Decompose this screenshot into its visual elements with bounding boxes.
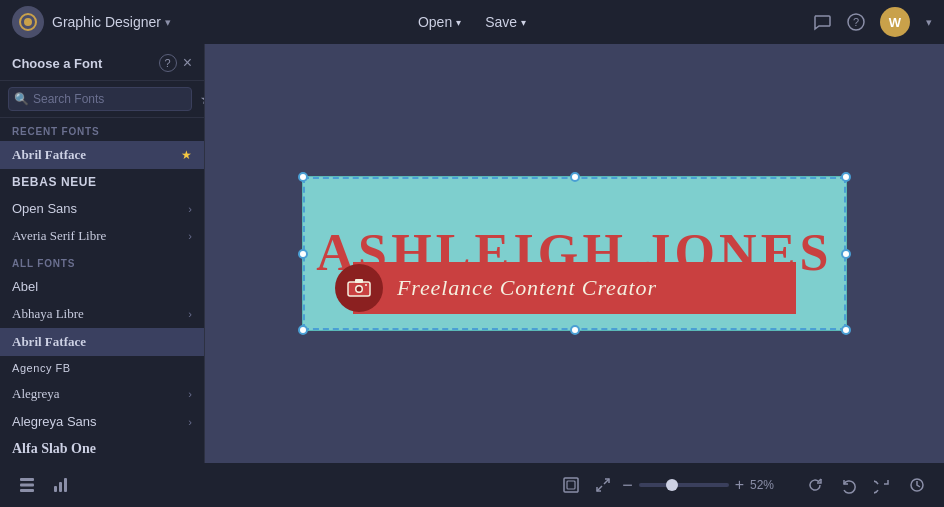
zoom-controls: − + 52%	[558, 472, 786, 498]
topbar-right: ? W ▾	[812, 7, 932, 37]
svg-rect-12	[54, 486, 57, 492]
expand-button[interactable]	[590, 472, 616, 498]
zoom-slider[interactable]	[639, 483, 729, 487]
svg-rect-9	[20, 478, 34, 481]
recent-fonts-label: RECENT FONTS	[0, 118, 204, 141]
history-button[interactable]	[904, 472, 930, 498]
svg-rect-13	[59, 482, 62, 492]
svg-point-6	[357, 287, 362, 292]
card-subtitle-text: Freelance Content Creator	[397, 275, 657, 301]
handle-top-center[interactable]	[570, 172, 580, 182]
font-item-alegreya-sans[interactable]: Alegreya Sans ›	[0, 408, 204, 435]
topbar-center: Open ▾ Save ▾	[408, 10, 536, 34]
save-button[interactable]: Save ▾	[475, 10, 536, 34]
toolbar-right-icons	[802, 472, 930, 498]
card-subtitle-box: Freelance Content Creator	[353, 262, 796, 314]
svg-point-1	[24, 18, 32, 26]
font-item-bebas[interactable]: BEBAS NEUE	[0, 169, 204, 195]
font-panel-title: Choose a Font	[12, 56, 159, 71]
open-button[interactable]: Open ▾	[408, 10, 471, 34]
design-card: ASHLEIGH JONES Freelance Content Creator	[302, 176, 847, 331]
redo-button[interactable]	[870, 472, 896, 498]
zoom-label: 52%	[750, 478, 786, 492]
font-panel-header: Choose a Font ? ×	[0, 44, 204, 81]
all-fonts-label: ALL FONTS	[0, 250, 204, 273]
svg-rect-11	[20, 489, 34, 492]
fit-button[interactable]	[558, 472, 584, 498]
bottom-toolbar: − + 52%	[0, 463, 944, 507]
svg-text:?: ?	[853, 16, 859, 28]
starred-filter-button[interactable]: ★	[196, 89, 205, 109]
app-logo	[12, 6, 44, 38]
font-list: RECENT FONTS Abril Fatface ★ BEBAS NEUE …	[0, 118, 204, 463]
canvas-area: ASHLEIGH JONES Freelance Content Creator	[205, 44, 944, 463]
font-item-open-sans[interactable]: Open Sans ›	[0, 195, 204, 222]
svg-rect-15	[564, 478, 578, 492]
font-item-abril-all[interactable]: Abril Fatface	[0, 328, 204, 356]
refresh-button[interactable]	[802, 472, 828, 498]
chat-button[interactable]	[812, 12, 832, 32]
font-panel: Choose a Font ? × 🔍 ★ ＋ RECENT FONTS Abr…	[0, 44, 205, 463]
search-input[interactable]	[8, 87, 192, 111]
svg-point-8	[365, 284, 367, 286]
font-item-agency[interactable]: Agency FB	[0, 356, 204, 380]
svg-rect-16	[567, 481, 575, 489]
handle-bottom-middle[interactable]	[570, 325, 580, 335]
font-item-alegreya[interactable]: Alegreya ›	[0, 380, 204, 408]
font-panel-close-button[interactable]: ×	[183, 54, 192, 72]
app-name-chevron: ▾	[165, 16, 171, 29]
camera-icon-box	[335, 264, 383, 312]
search-icon: 🔍	[14, 92, 29, 106]
main-area: Choose a Font ? × 🔍 ★ ＋ RECENT FONTS Abr…	[0, 44, 944, 463]
search-wrap: 🔍	[8, 87, 192, 111]
font-item-abhaya[interactable]: Abhaya Libre ›	[0, 300, 204, 328]
font-item-abril-recent[interactable]: Abril Fatface ★	[0, 141, 204, 169]
svg-rect-10	[20, 484, 34, 487]
font-item-averia[interactable]: Averia Serif Libre ›	[0, 222, 204, 250]
svg-rect-7	[355, 279, 363, 283]
avatar[interactable]: W	[880, 7, 910, 37]
topbar: Graphic Designer ▾ Open ▾ Save ▾ ? W ▾	[0, 0, 944, 44]
font-panel-help-button[interactable]: ?	[159, 54, 177, 72]
help-button[interactable]: ?	[846, 12, 866, 32]
font-item-abel[interactable]: Abel	[0, 273, 204, 300]
search-bar: 🔍 ★ ＋	[0, 81, 204, 118]
handle-bottom-right[interactable]	[841, 325, 851, 335]
zoom-out-button[interactable]: −	[622, 475, 633, 496]
layers-button[interactable]	[14, 472, 40, 498]
font-item-alfa[interactable]: Alfa Slab One	[0, 435, 204, 463]
app-name: Graphic Designer	[52, 14, 161, 30]
undo-button[interactable]	[836, 472, 862, 498]
handle-bottom-left[interactable]	[298, 325, 308, 335]
avatar-chevron: ▾	[926, 16, 932, 29]
svg-rect-14	[64, 478, 67, 492]
zoom-in-button[interactable]: +	[735, 476, 744, 494]
handle-top-right[interactable]	[841, 172, 851, 182]
handle-top-left[interactable]	[298, 172, 308, 182]
stats-button[interactable]	[48, 472, 74, 498]
